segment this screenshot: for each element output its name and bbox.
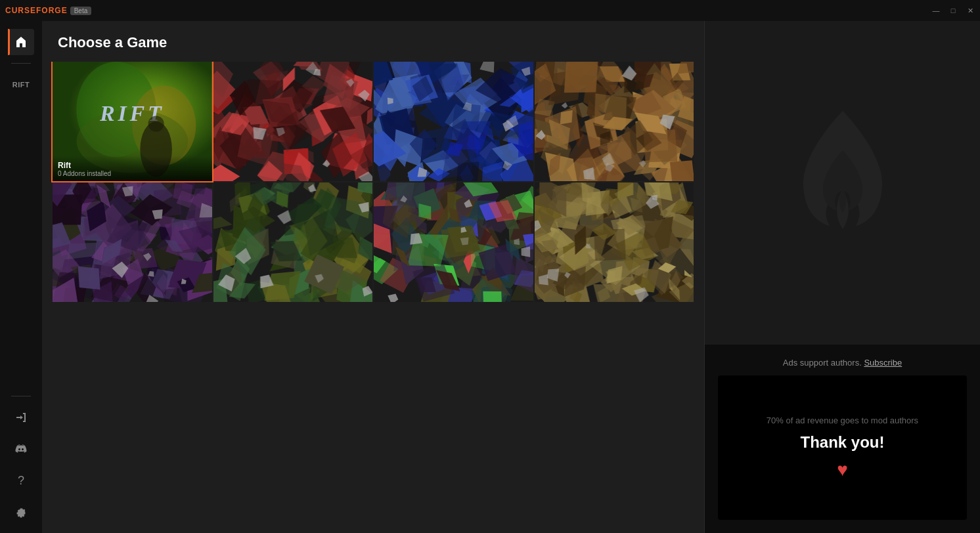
game-card-6[interactable] (213, 182, 373, 302)
game-thumb-7 (374, 182, 533, 302)
sidebar-bottom: ? (8, 393, 34, 525)
beta-badge: Beta (70, 7, 92, 15)
minimize-button[interactable]: — (931, 6, 941, 15)
ads-support-text: Ads support authors. Subscribe (718, 358, 967, 368)
main-panel: Choose a Game (42, 21, 704, 533)
flame-decoration (777, 98, 908, 268)
game-thumb-8 (535, 182, 694, 302)
sidebar: RIFT ? (0, 21, 42, 533)
login-icon[interactable] (8, 404, 34, 431)
help-icon[interactable]: ? (8, 467, 34, 494)
sidebar-item-rift[interactable]: RIFT (8, 72, 34, 98)
ad-thankyou-text: Thank you! (800, 433, 884, 452)
discord-icon[interactable] (8, 436, 34, 462)
sidebar-divider-bottom (11, 396, 31, 396)
page-title: Choose a Game (58, 34, 688, 51)
right-panel-bottom: Ads support authors. Subscribe 70% of ad… (705, 345, 980, 533)
title-bar: CURSEFORGE Beta — □ ✕ (0, 0, 980, 21)
app-body: RIFT ? (0, 21, 980, 533)
ad-box: 70% of ad revenue goes to mod authors Th… (718, 375, 967, 520)
game-card-7[interactable] (374, 182, 533, 302)
window-controls: — □ ✕ (931, 6, 975, 15)
game-name-rift: Rift (58, 161, 207, 170)
main-header: Choose a Game (42, 21, 704, 62)
svg-point-6 (148, 116, 164, 131)
game-card-8[interactable] (535, 182, 694, 302)
app-name: CURSEFORGE (5, 6, 68, 15)
right-panel-top (705, 21, 980, 345)
game-thumb-2 (213, 62, 373, 181)
app-logo: CURSEFORGE Beta (5, 6, 91, 15)
game-thumb-5 (53, 182, 212, 302)
game-thumb-4 (535, 62, 694, 181)
game-card-5[interactable] (53, 182, 212, 302)
sidebar-divider-top (11, 63, 31, 64)
game-thumb-3 (374, 62, 533, 181)
settings-icon[interactable] (8, 499, 34, 525)
close-button[interactable]: ✕ (966, 6, 975, 15)
sidebar-home-icon[interactable] (8, 29, 34, 55)
subscribe-link[interactable]: Subscribe (864, 358, 902, 368)
title-bar-left: CURSEFORGE Beta (5, 6, 91, 15)
game-card-2[interactable] (213, 62, 373, 181)
ad-revenue-text: 70% of ad revenue goes to mod authors (767, 416, 918, 425)
heart-icon: ♥ (837, 459, 848, 480)
content-area: Choose a Game (42, 21, 980, 533)
game-card-info-rift: Rift 0 Addons installed (53, 156, 212, 181)
maximize-button[interactable]: □ (948, 6, 958, 15)
game-card-4[interactable] (535, 62, 694, 181)
game-card-rift[interactable]: RIFT Rift 0 Addons installed (53, 62, 212, 181)
right-panel: Ads support authors. Subscribe 70% of ad… (704, 21, 980, 533)
game-thumb-6 (213, 182, 373, 302)
games-scroll[interactable]: RIFT Rift 0 Addons installed (42, 62, 704, 533)
games-grid: RIFT Rift 0 Addons installed (53, 62, 694, 302)
game-addons-rift: 0 Addons installed (58, 170, 207, 177)
game-card-3[interactable] (374, 62, 533, 181)
